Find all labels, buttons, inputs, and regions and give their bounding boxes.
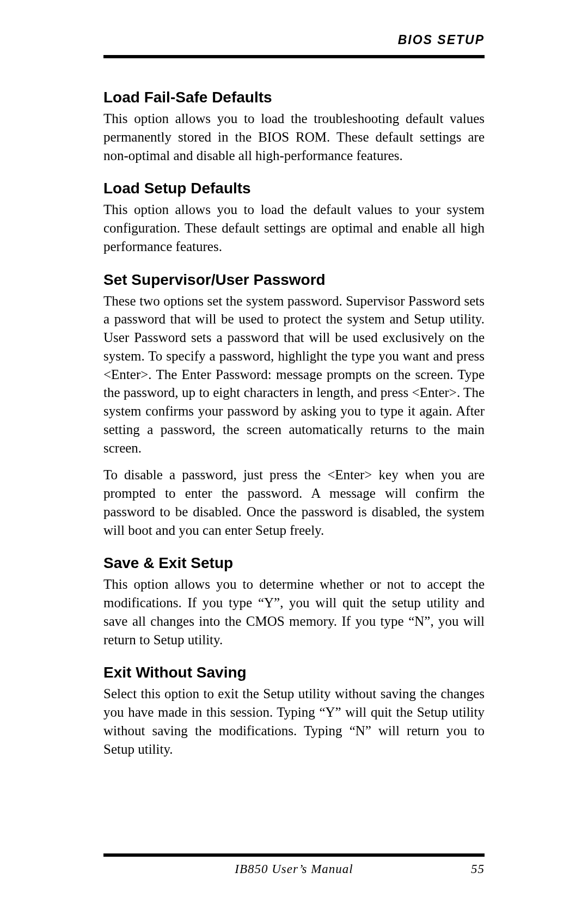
horizontal-rule-bottom [103, 853, 485, 857]
footer-line: IB850 User’s Manual 55 [103, 862, 485, 876]
section-heading: Load Setup Defaults [103, 180, 485, 197]
section-heading: Load Fail-Safe Defaults [103, 89, 485, 106]
content: Load Fail-Safe Defaults This option allo… [103, 89, 485, 758]
body-paragraph: This option allows you to load the defau… [103, 200, 485, 255]
body-paragraph: This option allows you to load the troub… [103, 109, 485, 164]
horizontal-rule-top [103, 55, 485, 58]
body-paragraph: These two options set the system passwor… [103, 292, 485, 457]
footer-page-number: 55 [471, 862, 485, 876]
section-heading: Set Supervisor/User Password [103, 271, 485, 289]
page-header: BIOS SETUP [103, 33, 485, 47]
footer-manual-title: IB850 User’s Manual [235, 862, 353, 876]
header-section-title: BIOS SETUP [398, 33, 485, 47]
section-heading: Exit Without Saving [103, 664, 485, 681]
page-footer: IB850 User’s Manual 55 [103, 853, 485, 876]
body-paragraph: To disable a password, just press the <E… [103, 466, 485, 539]
section-heading: Save & Exit Setup [103, 554, 485, 572]
body-paragraph: This option allows you to determine whet… [103, 575, 485, 649]
body-paragraph: Select this option to exit the Setup uti… [103, 685, 485, 758]
